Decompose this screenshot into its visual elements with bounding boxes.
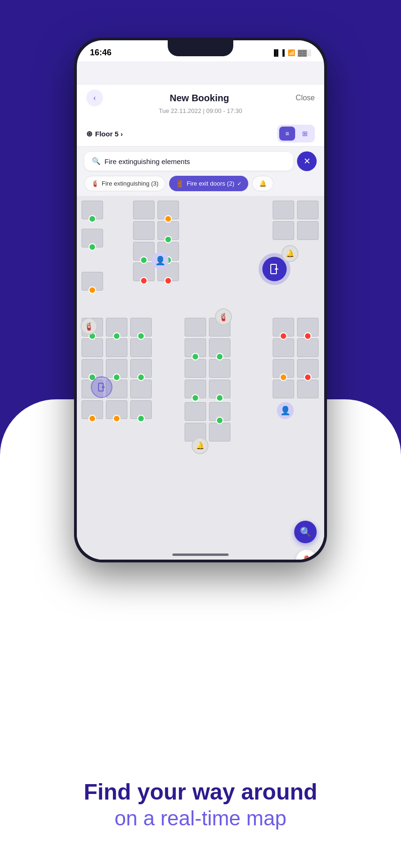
desk-cell	[106, 359, 127, 378]
close-button[interactable]: Close	[296, 94, 315, 102]
map-area[interactable]: 🧯 🧯 🔔 🔔 👤 👤 🔍 📍	[77, 196, 324, 560]
chip-door-label: Fire exit doors (2)	[186, 180, 234, 187]
alarm-1: 🔔	[282, 245, 298, 262]
layers-icon: ⊛	[86, 129, 92, 138]
chip-fire-exit-doors[interactable]: 🚪 Fire exit doors (2) ✓	[169, 176, 248, 191]
desk-cell	[209, 359, 230, 378]
user-marker-1: 👤	[152, 252, 169, 269]
extinguisher-2: 🧯	[215, 308, 232, 325]
header-date: Tue 22.11.2022 | 09:00 - 17:30	[159, 107, 242, 114]
back-button[interactable]: ‹	[86, 90, 103, 106]
phone-inner: 16:46 ▐▌▐ 📶 ▓▓░ ‹ New Booking Close Tue …	[77, 40, 324, 560]
desk-dot	[113, 415, 120, 422]
search-box[interactable]: 🔍 Fire extinguishing elements	[84, 152, 293, 171]
chip-extinguish-label: Fire extinguishing (3)	[102, 180, 158, 187]
office-grid: 🧯 🧯 🔔 🔔 👤 👤 🔍 📍	[77, 196, 324, 560]
desk-cell	[82, 338, 103, 357]
desk-cell	[273, 338, 294, 357]
desk-section-center-mid	[185, 318, 231, 398]
list-view-button[interactable]: ≡	[279, 127, 295, 141]
desk-cell	[209, 402, 230, 421]
desk-cell	[133, 262, 155, 281]
desk-cell	[273, 201, 294, 219]
desk-dot	[304, 374, 312, 381]
desk-cell	[209, 423, 230, 441]
desk-cell	[106, 338, 127, 357]
desk-cell	[130, 380, 152, 398]
desk-cell	[297, 221, 319, 240]
desk-dot	[137, 374, 145, 381]
desk-section-mid-right	[273, 318, 319, 398]
desk-dot	[304, 332, 312, 340]
chip-alarm[interactable]: 🔔	[252, 176, 274, 191]
desk-cell	[106, 400, 127, 419]
desk-cell	[133, 221, 155, 240]
chip-alarm-icon-el: 🔔	[259, 180, 267, 187]
app-header: ‹ New Booking Close Tue 22.11.2022 | 09:…	[77, 85, 324, 121]
desk-dot-green	[164, 236, 172, 243]
marketing-title: Find your way around	[23, 779, 378, 805]
desk-cell	[130, 318, 152, 337]
wifi-icon: 📶	[288, 49, 295, 56]
desk-dot	[137, 332, 145, 340]
desk-cell	[297, 380, 319, 398]
desk-cell	[130, 400, 152, 419]
desk-dot-orange	[89, 286, 96, 294]
desk-cell	[130, 338, 152, 357]
desk-dot-green	[140, 256, 148, 264]
desk-dot	[280, 374, 287, 381]
desk-section-left	[82, 201, 103, 291]
desk-cell	[273, 318, 294, 337]
user-marker-2: 👤	[277, 402, 294, 419]
desk-dot	[113, 374, 120, 381]
fab-location-button[interactable]: 📍	[296, 550, 317, 560]
desk-cell	[185, 402, 206, 421]
phone-frame: 16:46 ▐▌▐ 📶 ▓▓░ ‹ New Booking Close Tue …	[74, 37, 327, 562]
chip-door-icon: 🚪	[176, 180, 184, 187]
floor-bar: ⊛ Floor 5 › ≡ ⊞	[77, 121, 324, 147]
signal-icon: ▐▌▐	[272, 49, 285, 56]
desk-cell	[133, 242, 155, 261]
desk-cell	[297, 318, 319, 337]
desk-cell	[185, 318, 206, 337]
desk-dot	[216, 417, 223, 424]
desk-cell	[209, 338, 230, 357]
desk-cell	[273, 380, 294, 398]
desk-section-right	[273, 201, 319, 240]
desk-dot-green	[89, 243, 96, 251]
header-row: ‹ New Booking Close	[86, 90, 315, 106]
status-icons: ▐▌▐ 📶 ▓▓░	[272, 49, 311, 56]
desk-cell	[209, 380, 230, 398]
desk-cell	[185, 380, 206, 398]
desk-dot	[137, 415, 145, 422]
desk-dot	[113, 332, 120, 340]
map-view-button[interactable]: ⊞	[297, 127, 313, 141]
floor-selector[interactable]: ⊛ Floor 5 ›	[86, 129, 123, 138]
marketing-subtitle: on a real-time map	[23, 807, 378, 831]
desk-dot	[280, 332, 287, 340]
clear-button[interactable]: ✕	[297, 151, 317, 171]
svg-point-3	[102, 387, 103, 388]
chip-fire-extinguishing[interactable]: 🧯 Fire extinguishing (3)	[84, 176, 165, 191]
desk-cell	[82, 400, 103, 419]
desk-cell	[106, 318, 127, 337]
desk-cell	[185, 338, 206, 357]
door-marker-outlined[interactable]	[91, 376, 112, 398]
desk-cell	[273, 359, 294, 378]
alarm-2: 🔔	[192, 437, 208, 454]
desk-cell	[185, 359, 206, 378]
chip-extinguish-icon: 🧯	[91, 180, 99, 187]
desk-dot	[216, 394, 223, 402]
door-marker-filled[interactable]	[262, 257, 287, 281]
desk-cell	[297, 359, 319, 378]
search-text: Fire extinguishing elements	[104, 157, 190, 165]
desk-dot-red	[140, 277, 148, 284]
desk-dot	[89, 415, 96, 422]
app-content: ‹ New Booking Close Tue 22.11.2022 | 09:…	[77, 85, 324, 560]
desk-cell	[130, 359, 152, 378]
desk-dot	[216, 353, 223, 360]
extinguisher-1: 🧯	[81, 318, 97, 335]
desk-cell	[297, 201, 319, 219]
desk-cell	[82, 272, 103, 291]
fab-search-button[interactable]: 🔍	[294, 521, 317, 543]
